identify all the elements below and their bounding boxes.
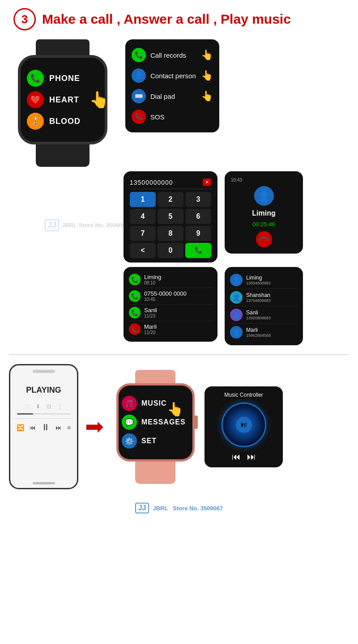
music-prev-button[interactable]: ⏮ bbox=[232, 452, 241, 462]
dialpad-delete-btn[interactable]: ✕ bbox=[203, 178, 211, 186]
contact-item-shanshan[interactable]: 👤 Shanshan 13704808683 bbox=[230, 289, 298, 306]
music-item-messages[interactable]: 💬 MESSAGES bbox=[122, 415, 189, 430]
record-icon-outgoing-2: 📞 bbox=[129, 290, 141, 302]
phone-shuffle-icon[interactable]: 🔀 bbox=[17, 424, 24, 431]
phone-play-icon[interactable]: ⏸ bbox=[41, 422, 50, 432]
phone-playing-label: PLAYING bbox=[26, 386, 61, 395]
bottom-music-section: PLAYING ♡ ⬇ ⊡ ⋮ 🔀 ⏮ ⏸ ⏭ ≡ ➡ 🎵 MUSIC bbox=[0, 364, 358, 498]
dialpad-key-4[interactable]: 4 bbox=[130, 209, 156, 224]
step-number: 3 bbox=[13, 8, 36, 30]
music-next-button[interactable]: ⏭ bbox=[247, 452, 256, 462]
dialpad-key-2[interactable]: 2 bbox=[158, 192, 183, 207]
messages-label: MESSAGES bbox=[141, 418, 186, 426]
dialpad-key-7[interactable]: 7 bbox=[130, 226, 156, 241]
record-item-sanli[interactable]: 📞 Sanli 11/23 bbox=[129, 305, 212, 321]
watch-body: 📞 PHONE ❤️ HEART 🌡️ BLOOD 👆 bbox=[18, 39, 107, 167]
record-item-liming[interactable]: 📞 Liming 08:10 bbox=[129, 271, 212, 288]
phone-progress-bar bbox=[17, 413, 71, 415]
store-watermark: JJ JBRL Store No. 3509067 bbox=[0, 498, 358, 518]
watch-case: 📞 PHONE ❤️ HEART 🌡️ BLOOD 👆 bbox=[18, 55, 107, 144]
dialpad-key-0[interactable]: 0 bbox=[158, 243, 183, 258]
record-name-liming: Liming bbox=[144, 274, 212, 280]
blood-icon: 🌡️ bbox=[27, 113, 44, 130]
contact-item-marli[interactable]: 👤 Marli 15962804568 bbox=[230, 324, 298, 341]
record-time-0755: 10:45 bbox=[144, 297, 212, 302]
record-time-liming: 08:10 bbox=[144, 280, 212, 285]
call-time-badge: 10:43 bbox=[231, 178, 242, 182]
dialpad-call-btn[interactable]: 📞 bbox=[185, 243, 211, 258]
watch-item-phone: 📞 PHONE bbox=[27, 70, 98, 87]
music-watch-display: 🎵 MUSIC 💬 MESSAGES ⚙️ SET 👆 bbox=[111, 370, 200, 484]
menu-item-contact-person[interactable]: 👤 Contact person 👆 bbox=[132, 65, 213, 86]
call-records-icon: 📞 bbox=[132, 48, 146, 62]
messages-icon: 💬 bbox=[122, 415, 137, 430]
dialpad-key-3[interactable]: 3 bbox=[185, 192, 211, 207]
phone-prev-icon[interactable]: ⏮ bbox=[30, 424, 36, 431]
phone-mockup: PLAYING ♡ ⬇ ⊡ ⋮ 🔀 ⏮ ⏸ ⏭ ≡ bbox=[9, 364, 78, 489]
hand-pointer-contact: 👆 bbox=[201, 70, 213, 81]
dialpad-key-9[interactable]: 9 bbox=[185, 226, 211, 241]
music-watch-strap-top bbox=[135, 370, 175, 383]
dialpad-key-6[interactable]: 6 bbox=[185, 209, 211, 224]
music-disc-inner: ⏯ bbox=[236, 417, 252, 433]
record-info-liming: Liming 08:10 bbox=[144, 274, 212, 285]
dialpad-key-1[interactable]: 1 bbox=[130, 192, 156, 207]
phone-action-icons: ♡ ⬇ ⊡ ⋮ bbox=[25, 403, 63, 410]
dialpad-icon: ⌨️ bbox=[132, 89, 146, 103]
menu-item-call-records[interactable]: 📞 Call records 👆 bbox=[132, 45, 213, 65]
phone-next-icon[interactable]: ⏭ bbox=[55, 424, 62, 431]
music-controller-title: Music Controller bbox=[224, 392, 263, 398]
contact-avatar-shanshan: 👤 bbox=[230, 291, 243, 304]
heart-icon: ❤️ bbox=[27, 91, 44, 108]
contact-item-sanli[interactable]: 👤 Sanli 13920808683 bbox=[230, 306, 298, 324]
call-duration: 00:25:46 bbox=[252, 221, 275, 228]
menu-item-sos[interactable]: 📞 SOS bbox=[132, 106, 213, 127]
contact-name-liming: Liming bbox=[246, 275, 298, 281]
store-brand: JBRL bbox=[153, 505, 168, 512]
menu-item-dialpad[interactable]: ⌨️ Dial pad 👆 bbox=[132, 86, 213, 106]
call-end-button[interactable]: 📞 bbox=[252, 228, 275, 251]
right-panels: 📞 Call records 👆 👤 Contact person 👆 ⌨️ D… bbox=[125, 39, 349, 132]
contact-info-shanshan: Shanshan 13704808683 bbox=[246, 292, 298, 303]
record-item-marli[interactable]: 📞 Marli 11/20 bbox=[129, 321, 212, 337]
music-watch-side-button[interactable] bbox=[194, 415, 198, 429]
contact-avatar-liming: 👤 bbox=[230, 274, 243, 286]
dialpad-label: Dial pad bbox=[150, 93, 175, 100]
call-avatar: 👤 bbox=[254, 186, 274, 206]
hand-pointer-music: 👆 bbox=[167, 401, 183, 417]
record-item-0755[interactable]: 📞 0755-0000 0000 10:45 bbox=[129, 288, 212, 305]
header: 3 Make a call , Answer a call , Play mus… bbox=[0, 0, 358, 35]
record-icon-outgoing-3: 📞 bbox=[129, 307, 141, 318]
music-disc: ⏯ bbox=[222, 402, 266, 447]
dialpad-number-display: 13500000000 bbox=[130, 179, 173, 186]
call-records-label: Call records bbox=[150, 51, 186, 59]
watch-item-blood: 🌡️ BLOOD bbox=[27, 113, 98, 130]
record-time-marli: 11/20 bbox=[144, 330, 212, 335]
watch-strap-top bbox=[36, 39, 90, 55]
settings-icon: ⚙️ bbox=[122, 433, 137, 449]
contact-number-liming: 13504600982 bbox=[246, 281, 298, 285]
music-watch-case: 🎵 MUSIC 💬 MESSAGES ⚙️ SET 👆 bbox=[116, 383, 195, 462]
phone-controls: 🔀 ⏮ ⏸ ⏭ ≡ bbox=[14, 418, 73, 432]
music-item-set[interactable]: ⚙️ SET bbox=[122, 433, 189, 449]
contact-item-liming[interactable]: 👤 Liming 13504600982 bbox=[230, 271, 298, 289]
dialpad-key-back[interactable]: < bbox=[130, 243, 156, 258]
watermark-text-top: JBRL Store No. 3509067 bbox=[62, 222, 128, 229]
sos-label: SOS bbox=[150, 113, 165, 121]
header-title: Make a call , Answer a call , Play music bbox=[42, 12, 291, 27]
contact-number-shanshan: 13704808683 bbox=[246, 298, 298, 303]
dialpad-key-5[interactable]: 5 bbox=[158, 209, 183, 224]
contact-number-sanli: 13920808683 bbox=[246, 316, 298, 320]
dialpad-number-row: 13500000000 ✕ bbox=[130, 176, 211, 189]
contact-name-shanshan: Shanshan bbox=[246, 292, 298, 298]
contact-avatar-sanli: 👤 bbox=[230, 309, 243, 321]
phone-list-icon[interactable]: ≡ bbox=[67, 424, 71, 431]
top-section: 📞 PHONE ❤️ HEART 🌡️ BLOOD 👆 📞 C bbox=[0, 35, 358, 167]
dialpad-key-8[interactable]: 8 bbox=[158, 226, 183, 241]
watch-item-heart: ❤️ HEART bbox=[27, 91, 98, 108]
phone-home-bar bbox=[33, 482, 55, 484]
contact-number-marli: 15962804568 bbox=[246, 333, 298, 338]
section-divider bbox=[9, 354, 349, 355]
phone-heart-icon: ♡ bbox=[25, 403, 30, 410]
dialpad-panel: 13500000000 ✕ 1 2 3 4 5 6 7 8 9 < 0 📞 bbox=[124, 171, 217, 263]
